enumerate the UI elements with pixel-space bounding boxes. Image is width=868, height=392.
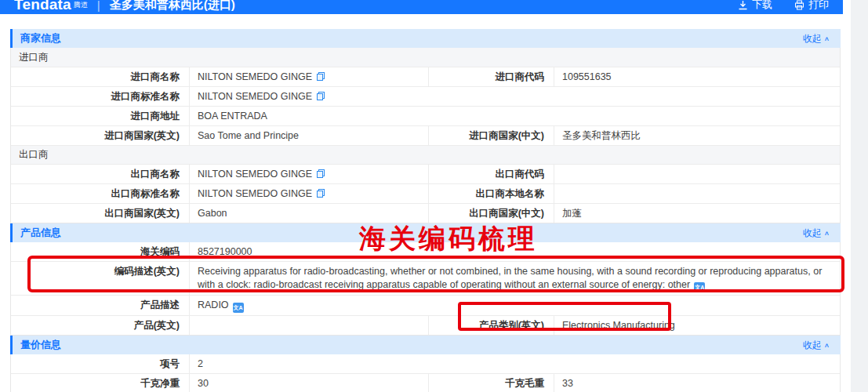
table-row: 出口商名称NILTON SEMEDO GINGE出口商代码 (11, 164, 840, 183)
field-label: 出口商国家(英文) (11, 204, 189, 223)
field-value: RADIO文A (189, 296, 840, 315)
field-value: 加蓬 (554, 204, 840, 223)
copy-icon[interactable] (317, 189, 325, 198)
scrollbar-gutter[interactable] (851, 0, 868, 392)
tendata-logo: Tendata (14, 0, 71, 13)
section-rows: 进口商进口商名称NILTON SEMEDO GINGE进口商代码10955163… (10, 48, 841, 223)
table-row: 出口商国家(英文)Gabon出口商国家(中文)加蓬 (11, 203, 840, 223)
field-label: 编码描述(英文) (11, 262, 189, 295)
collapse-button[interactable]: 收起 ∧ (803, 339, 830, 352)
field-label: 项号 (11, 354, 189, 373)
section-0: 商家信息收起 ∧进口商进口商名称NILTON SEMEDO GINGE进口商代码… (10, 29, 841, 223)
table-row: 项号2 (11, 354, 840, 373)
page: Tendata 腾道 | 圣多美和普林西比(进口) 下载 打印 商家信息收起 ∧… (0, 0, 868, 392)
field-value: NILTON SEMEDO GINGE (189, 67, 428, 86)
section-header: 产品信息收起 ∧ (10, 223, 841, 242)
download-button[interactable]: 下载 (738, 0, 772, 12)
table-row: 产品(英文)产品类别(英文)Electronics Manufacturing (11, 315, 840, 335)
section-rows: 海关编码8527190000编码描述(英文)Receiving apparatu… (10, 242, 841, 336)
group-subheader: 进口商 (11, 48, 840, 67)
field-value: BOA ENTRADA (189, 107, 840, 125)
field-value: 33 (554, 374, 840, 392)
group-subheader: 出口商 (11, 145, 840, 164)
field-label: 出口商标准名称 (11, 184, 189, 203)
field-label: 出口商本地名称 (428, 184, 554, 203)
field-value: NILTON SEMEDO GINGE (189, 87, 840, 106)
field-value: 30 (189, 374, 428, 392)
collapse-button[interactable]: 收起 ∧ (803, 32, 830, 45)
field-label: 出口商国家(中文) (428, 204, 554, 223)
copy-icon[interactable] (317, 72, 325, 81)
page-title: 圣多美和普林西比(进口) (110, 0, 235, 13)
chevron-up-icon: ∧ (824, 35, 830, 42)
translate-icon[interactable]: 文A (233, 303, 244, 313)
table-row: 出口商标准名称NILTON SEMEDO GINGE出口商本地名称 (11, 183, 840, 203)
field-label: 进口商国家(英文) (11, 126, 189, 145)
table-row: 海关编码8527190000 (11, 242, 840, 261)
table-row: 千克净重30千克毛重33 (11, 373, 840, 392)
field-label: 进口商国家(中文) (428, 126, 554, 145)
field-value: 109551635 (554, 67, 840, 86)
field-value: Sao Tome and Principe (189, 126, 428, 145)
field-label: 出口商代码 (428, 165, 554, 183)
field-label: 进口商地址 (11, 107, 189, 125)
copy-icon[interactable] (317, 169, 325, 178)
field-value (554, 165, 840, 183)
detail-card: 商家信息收起 ∧进口商进口商名称NILTON SEMEDO GINGE进口商代码… (10, 29, 841, 392)
section-title: 商家信息 (20, 31, 61, 45)
field-value: 8527190000 (189, 242, 840, 261)
field-label: 进口商代码 (428, 67, 554, 86)
copy-icon[interactable] (317, 92, 325, 100)
section-1: 产品信息收起 ∧海关编码8527190000编码描述(英文)Receiving … (10, 223, 841, 336)
section-header: 商家信息收起 ∧ (10, 29, 841, 48)
section-rows: 项号2千克净重30千克毛重33数量11数量(统一)11 (10, 354, 841, 392)
field-value: Gabon (189, 204, 428, 223)
table-row: 产品描述RADIO文A (11, 295, 840, 315)
field-label: 海关编码 (11, 242, 189, 261)
field-value: 圣多美和普林西比 (554, 126, 840, 145)
section-title: 量价信息 (20, 338, 61, 352)
field-label: 产品(英文) (11, 316, 189, 335)
print-button[interactable]: 打印 (794, 0, 829, 12)
print-icon (794, 0, 804, 10)
field-label: 产品描述 (11, 296, 189, 315)
field-value: Receiving apparatus for radio-broadcasti… (189, 262, 840, 295)
translate-icon[interactable]: 文A (694, 282, 705, 292)
print-label: 打印 (808, 0, 829, 12)
download-icon (738, 0, 748, 10)
field-label: 出口商名称 (11, 165, 189, 183)
field-value (189, 316, 428, 335)
table-row: 进口商国家(英文)Sao Tome and Principe进口商国家(中文)圣… (11, 125, 840, 145)
chevron-up-icon: ∧ (824, 342, 830, 349)
field-value: NILTON SEMEDO GINGE (189, 184, 428, 203)
top-header-bar: Tendata 腾道 | 圣多美和普林西比(进口) 下载 打印 (0, 0, 843, 14)
download-label: 下载 (752, 0, 772, 12)
section-header: 量价信息收起 ∧ (10, 336, 841, 354)
table-row: 进口商地址BOA ENTRADA (11, 106, 840, 125)
field-value (554, 184, 840, 203)
section-title: 产品信息 (20, 226, 61, 240)
field-value: 2 (189, 354, 840, 373)
tendata-logo-sub: 腾道 (74, 0, 88, 10)
field-label: 产品类别(英文) (428, 316, 554, 335)
field-label: 千克毛重 (428, 374, 554, 392)
field-value: Electronics Manufacturing (554, 316, 840, 335)
collapse-button[interactable]: 收起 ∧ (803, 227, 830, 240)
field-label: 进口商标准名称 (11, 87, 189, 106)
field-label: 进口商名称 (11, 67, 189, 86)
chevron-up-icon: ∧ (824, 230, 830, 237)
table-row: 进口商标准名称NILTON SEMEDO GINGE (11, 86, 840, 106)
section-2: 量价信息收起 ∧项号2千克净重30千克毛重33数量11数量(统一)11 (10, 336, 841, 392)
table-row: 进口商名称NILTON SEMEDO GINGE进口商代码109551635 (11, 67, 840, 86)
table-row: 编码描述(英文)Receiving apparatus for radio-br… (11, 261, 840, 295)
field-label: 千克净重 (11, 374, 189, 392)
field-value: NILTON SEMEDO GINGE (189, 165, 428, 183)
header-separator: | (97, 0, 100, 12)
